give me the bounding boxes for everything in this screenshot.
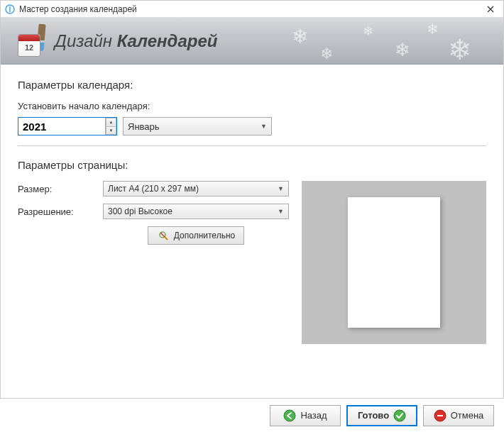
window-title: Мастер создания календарей [19, 4, 137, 14]
chevron-down-icon: ▼ [261, 123, 267, 130]
year-input[interactable] [18, 118, 105, 135]
app-icon [5, 4, 15, 14]
finish-button[interactable]: Готово [346, 405, 417, 426]
page-params-title: Параметры страницы: [18, 159, 486, 171]
svg-line-2 [165, 237, 168, 240]
cancel-button[interactable]: Отмена [423, 405, 494, 426]
check-icon [393, 409, 406, 422]
svg-point-5 [394, 410, 405, 421]
svg-line-3 [160, 233, 165, 237]
start-date-label: Установить начало календаря: [18, 101, 486, 111]
resolution-label: Разрешение: [18, 206, 103, 217]
resolution-combo[interactable]: 300 dpi Высокое ▼ [103, 204, 289, 219]
titlebar: Мастер создания календарей [1, 1, 503, 18]
magnifier-icon [157, 229, 170, 242]
close-button[interactable] [482, 3, 499, 16]
finish-label: Готово [358, 410, 389, 421]
advanced-button[interactable]: Дополнительно [148, 226, 244, 245]
resolution-value: 300 dpi Высокое [108, 206, 172, 216]
footer: Назад Готово Отмена [0, 398, 504, 432]
preview-page [348, 197, 440, 328]
size-value: Лист А4 (210 х 297 мм) [108, 184, 199, 194]
back-button[interactable]: Назад [270, 405, 341, 426]
chevron-down-icon: ▼ [278, 208, 284, 215]
cancel-label: Отмена [451, 410, 484, 421]
chevron-down-icon: ▼ [278, 185, 284, 192]
calendar-brush-icon: 12 [18, 26, 45, 57]
month-combo[interactable]: Январь ▼ [123, 117, 272, 135]
svg-point-4 [284, 410, 295, 421]
year-spin-down[interactable]: ▼ [106, 126, 116, 135]
year-spinner[interactable]: ▲ ▼ [18, 117, 117, 135]
header-banner: 12 Дизайн Календарей ❄ ❄ ❄ ❄ ❄ ❄ [1, 18, 503, 65]
year-spin-up[interactable]: ▲ [106, 118, 116, 126]
month-value: Январь [128, 121, 160, 132]
svg-rect-7 [437, 415, 443, 416]
cancel-icon [434, 409, 447, 422]
arrow-left-icon [283, 409, 296, 422]
size-combo[interactable]: Лист А4 (210 х 297 мм) ▼ [103, 181, 289, 196]
divider [18, 145, 486, 146]
back-label: Назад [300, 410, 327, 421]
preview-pane [302, 181, 486, 344]
calendar-params-title: Параметры календаря: [18, 79, 486, 91]
advanced-label: Дополнительно [174, 231, 235, 240]
size-label: Размер: [18, 184, 103, 194]
banner-title: Дизайн Календарей [55, 31, 217, 51]
